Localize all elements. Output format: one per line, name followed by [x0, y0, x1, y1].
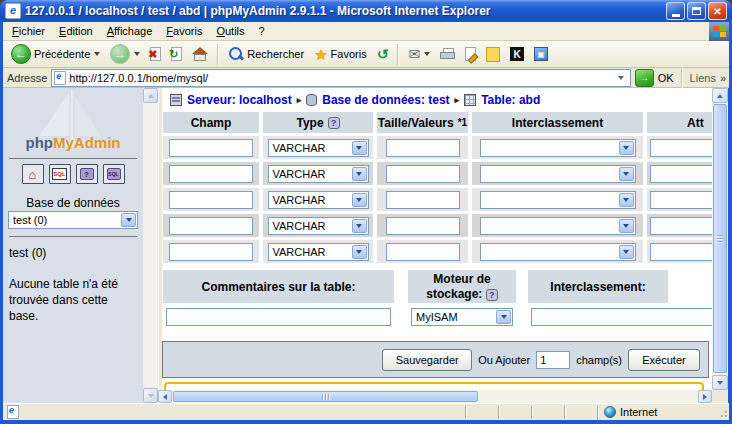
field-name-input[interactable] — [169, 139, 253, 157]
breadcrumb-server-link[interactable]: Serveur: localhost — [187, 93, 292, 107]
fields-suffix-label: champ(s) — [576, 354, 622, 366]
field-type-select[interactable]: VARCHAR — [268, 243, 369, 261]
menu-favorites[interactable]: Favoris — [159, 24, 209, 38]
field-size-input[interactable] — [386, 165, 460, 183]
breadcrumb-separator-icon: ▸ — [297, 95, 302, 105]
storage-engine-select[interactable]: MyISAM — [411, 308, 513, 326]
field-collation-select[interactable] — [480, 165, 636, 183]
field-attributes-select[interactable] — [650, 243, 712, 261]
database-icon — [306, 94, 317, 106]
field-name-input[interactable] — [169, 165, 253, 183]
address-dropdown-icon[interactable] — [614, 71, 628, 85]
select-arrow-icon — [352, 167, 367, 181]
forward-dropdown-icon[interactable] — [134, 52, 140, 56]
main-horizontal-scrollbar[interactable] — [158, 390, 712, 403]
scroll-left-arrow-icon[interactable] — [158, 390, 172, 403]
field-attributes-select[interactable] — [650, 217, 712, 235]
field-row-cell — [472, 162, 643, 185]
storage-engine-header: Moteur de stockage: ? — [408, 270, 516, 303]
links-chevron-icon[interactable]: » — [720, 72, 725, 84]
stop-button[interactable]: ✖ — [146, 46, 165, 62]
field-size-input[interactable] — [386, 243, 460, 261]
select-arrow-icon — [352, 141, 367, 155]
history-button[interactable]: ↺ — [373, 45, 393, 63]
search-label: Rechercher — [247, 48, 304, 60]
refresh-button[interactable]: ↻ — [167, 46, 186, 62]
k-addon-button[interactable]: K — [506, 46, 528, 62]
field-type-select[interactable]: VARCHAR — [268, 191, 369, 209]
address-label: Adresse — [7, 72, 47, 84]
window-resize-grip[interactable] — [715, 405, 729, 419]
field-row-cell — [377, 162, 468, 185]
field-size-input[interactable] — [386, 139, 460, 157]
field-name-input[interactable] — [169, 217, 253, 235]
favorites-button[interactable]: ★ Favoris — [310, 46, 371, 63]
field-definition-table: Champ Type ? Taille/Valeurs*1 Interclass… — [163, 112, 712, 263]
type-help-icon[interactable]: ? — [328, 117, 340, 129]
menu-view[interactable]: Affichage — [100, 24, 160, 38]
or-add-label: Ou Ajouter — [478, 354, 530, 366]
query-window-button[interactable]: SQL — [103, 164, 125, 184]
messenger-button[interactable]: ▣ — [530, 46, 552, 62]
field-type-select[interactable]: VARCHAR — [268, 217, 369, 235]
home-nav-button[interactable]: ⌂ — [22, 164, 44, 184]
execute-button[interactable]: Exécuter — [628, 349, 700, 371]
docs-button[interactable]: ? — [76, 164, 98, 184]
field-size-input[interactable] — [386, 191, 460, 209]
field-attributes-select[interactable] — [650, 165, 712, 183]
edit-icon — [465, 47, 476, 61]
add-fields-count-input[interactable] — [536, 351, 570, 369]
print-button[interactable] — [436, 47, 459, 62]
field-size-input[interactable] — [386, 217, 460, 235]
back-button[interactable]: ← Précédente — [7, 43, 104, 65]
field-type-select[interactable]: VARCHAR — [268, 139, 369, 157]
database-select[interactable]: test (0) — [8, 211, 138, 229]
save-button[interactable]: Sauvegarder — [382, 349, 472, 371]
field-attributes-select[interactable] — [650, 191, 712, 209]
field-name-input[interactable] — [169, 243, 253, 261]
phpmyadmin-logo[interactable]: phpMyAdmin — [3, 134, 143, 151]
go-button[interactable]: → — [635, 69, 654, 87]
notes-button[interactable] — [482, 46, 504, 63]
field-collation-select[interactable] — [480, 139, 636, 157]
mail-dropdown-icon[interactable] — [424, 52, 430, 56]
breadcrumb-table-link[interactable]: Table: abd — [481, 93, 540, 107]
database-link[interactable]: test (0) — [9, 246, 46, 260]
sidebar-icon-buttons: ⌂ SQL ? SQL — [3, 164, 143, 184]
menu-tools[interactable]: Outils — [209, 24, 251, 38]
field-collation-select[interactable] — [480, 191, 636, 209]
home-button[interactable] — [188, 46, 212, 63]
horizontal-scroll-thumb[interactable] — [173, 391, 478, 402]
breadcrumb-database-link[interactable]: Base de données: test — [322, 93, 449, 107]
table-collation-input[interactable] — [531, 308, 712, 326]
scroll-up-arrow-icon[interactable] — [712, 88, 728, 103]
internet-globe-icon — [604, 406, 616, 418]
minimize-button[interactable] — [666, 2, 685, 20]
forward-button[interactable]: → — [106, 43, 144, 65]
links-label[interactable]: Liens — [690, 72, 716, 84]
mail-button[interactable]: ✉ — [404, 45, 434, 63]
close-button[interactable]: ✕ — [708, 2, 727, 20]
scroll-right-arrow-icon[interactable] — [698, 390, 712, 403]
search-button[interactable]: Rechercher — [224, 45, 308, 63]
field-collation-select[interactable] — [480, 243, 636, 261]
menu-help[interactable]: ? — [252, 24, 272, 38]
engine-help-icon[interactable]: ? — [486, 289, 498, 301]
field-type-select[interactable]: VARCHAR — [268, 165, 369, 183]
browser-toolbar: ← Précédente → ✖ ↻ Rechercher ★ Favoris … — [3, 41, 729, 68]
field-attributes-select[interactable] — [650, 139, 712, 157]
address-input[interactable] — [69, 72, 610, 84]
field-name-input[interactable] — [169, 191, 253, 209]
scroll-down-arrow-icon[interactable] — [712, 375, 728, 390]
back-dropdown-icon[interactable] — [94, 52, 100, 56]
menu-edit[interactable]: Edition — [52, 24, 100, 38]
menu-file[interactable]: Fichier — [5, 24, 52, 38]
field-collation-select[interactable] — [480, 217, 636, 235]
maximize-button[interactable] — [687, 2, 706, 20]
vertical-scroll-thumb[interactable] — [713, 104, 727, 373]
edit-button[interactable] — [461, 46, 480, 62]
sql-window-button[interactable]: SQL — [49, 164, 71, 184]
address-bar: Adresse e → OK Liens » — [3, 68, 729, 88]
main-vertical-scrollbar[interactable] — [712, 88, 728, 390]
table-comments-input[interactable] — [166, 308, 391, 326]
